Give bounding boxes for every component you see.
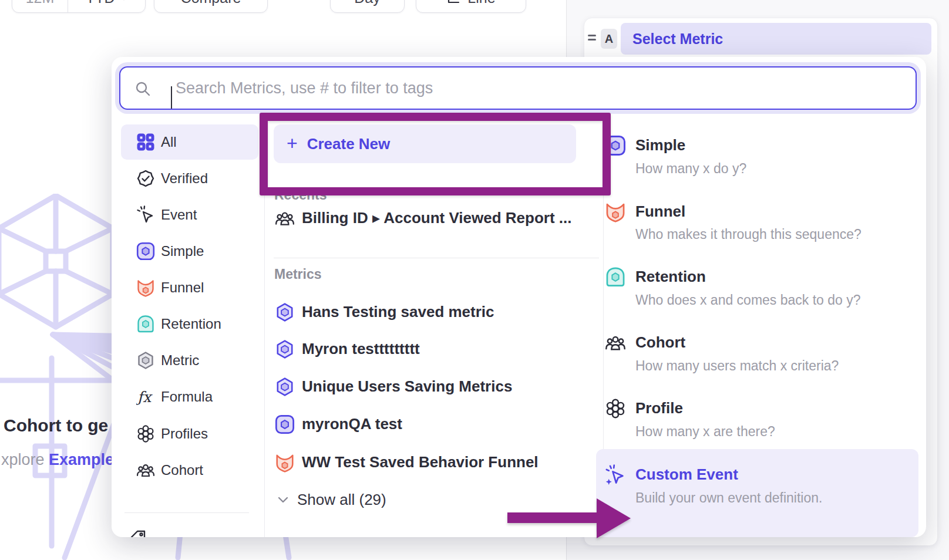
custom-event-icon	[605, 464, 626, 485]
profiles-icon	[136, 424, 155, 443]
search-bar	[119, 66, 917, 110]
cohort-icon	[605, 332, 626, 353]
retention-icon	[136, 315, 155, 333]
metric-hexagon-purple-icon	[275, 377, 295, 397]
series-a-badge: A	[601, 29, 617, 49]
background-headline: Cohort to ge	[4, 416, 108, 436]
sidebar-item-simple[interactable]: Simple	[121, 234, 258, 269]
simple-icon	[136, 242, 155, 261]
sidebar-item-formula[interactable]: ƒx Formula	[121, 379, 258, 414]
event-cursor-icon	[136, 205, 155, 224]
sidebar-item-metric[interactable]: Metric	[121, 343, 258, 378]
explore-text: xplore	[1, 451, 49, 468]
background-explore-line: xplore Example B	[1, 451, 130, 469]
cohort-icon	[275, 208, 295, 228]
sidebar-item-profiles[interactable]: Profiles	[121, 416, 258, 451]
funnel-icon	[605, 201, 626, 222]
chevron-down-icon	[120, 0, 128, 1]
text-cursor	[171, 86, 172, 109]
interval-day-button[interactable]: Day	[330, 0, 405, 13]
range-12m-button[interactable]: 12M	[12, 0, 68, 12]
sidebar-item-event[interactable]: Event	[121, 197, 258, 232]
chart-type-line-button[interactable]: Line	[416, 0, 526, 13]
range-ytd-button[interactable]: YTD	[68, 0, 145, 12]
chevron-down-icon	[277, 496, 289, 504]
retention-icon	[605, 266, 626, 288]
metric-hexagon-purple-icon	[275, 302, 295, 322]
date-range-group: 12M YTD	[12, 0, 146, 13]
verified-seal-icon	[136, 169, 155, 188]
search-icon	[134, 80, 151, 97]
metrics-heading: Metrics	[274, 266, 322, 282]
funnel-icon	[275, 453, 295, 473]
metric-hexagon-purple-icon	[275, 339, 295, 359]
sidebar-divider	[124, 512, 249, 513]
formula-icon: ƒx	[136, 387, 155, 406]
sidebar-item-funnel[interactable]: Funnel	[121, 270, 258, 305]
sidebar-item-all[interactable]: All	[121, 124, 258, 160]
compare-button[interactable]: Compare	[154, 0, 268, 13]
app-root: Cohort to ge xplore Example B 12M YTD Co…	[0, 0, 949, 560]
select-metric-field[interactable]: Select Metric	[621, 23, 931, 55]
search-input[interactable]	[119, 66, 917, 110]
grid-icon	[136, 133, 155, 151]
annotation-arrow	[505, 496, 634, 541]
annotation-highlight-box	[260, 113, 611, 195]
svg-text:ƒx: ƒx	[136, 389, 153, 406]
funnel-icon	[136, 278, 155, 297]
line-chart-icon	[446, 0, 460, 5]
metric-hexagon-icon	[136, 351, 155, 370]
simple-icon	[275, 414, 295, 434]
tag-icon	[129, 529, 148, 537]
cohort-icon	[136, 461, 155, 480]
sidebar-item-verified[interactable]: Verified	[121, 161, 258, 196]
sidebar-item-cohort[interactable]: Cohort	[121, 453, 258, 488]
profiles-icon	[605, 398, 626, 419]
sidebar-item-retention[interactable]: Retention	[121, 306, 258, 342]
section-divider	[274, 258, 599, 258]
